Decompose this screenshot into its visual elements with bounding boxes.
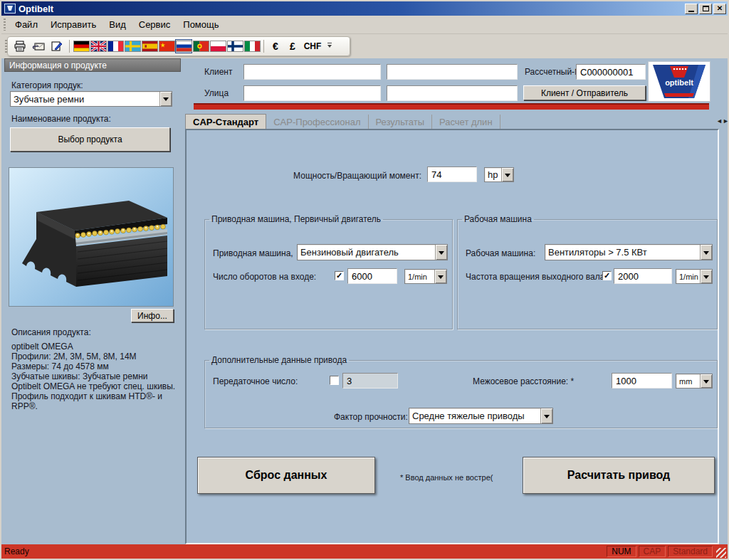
ratio-label: Передаточное число: xyxy=(213,376,298,386)
tab-results[interactable]: Результаты xyxy=(369,115,432,129)
flag-finland-icon[interactable] xyxy=(226,39,243,53)
flag-sweden-icon[interactable] xyxy=(124,39,141,53)
category-combobox[interactable]: Зубчатые ремни xyxy=(10,91,172,107)
chevron-down-icon[interactable] xyxy=(159,92,172,106)
output-speed-field[interactable] xyxy=(614,268,672,284)
street-field-1[interactable] xyxy=(243,85,381,101)
drive-machine-label: Приводная машина, xyxy=(213,248,293,258)
resize-grip[interactable] xyxy=(716,548,726,558)
description-line: Зубчатые шкивы: Зубчатые ремни xyxy=(11,371,147,381)
calc-number-field[interactable] xyxy=(576,64,646,80)
input-speed-unit-combobox[interactable]: 1/min xyxy=(404,269,447,284)
client-field-1[interactable] xyxy=(243,64,381,80)
driven-machine-combobox[interactable]: Вентиляторы > 7.5 КВт xyxy=(545,244,713,260)
edit-icon xyxy=(51,41,63,52)
footnote-text: * Ввод данных не востре( xyxy=(400,473,493,482)
currency-pound-button[interactable]: £ xyxy=(284,39,301,53)
currency-chf-button[interactable]: CHF xyxy=(301,39,324,53)
flag-spain-icon[interactable] xyxy=(141,39,158,53)
flag-france-icon[interactable] xyxy=(107,39,124,53)
center-distance-unit-combobox[interactable]: mm xyxy=(676,374,713,389)
num-indicator: NUM xyxy=(607,546,636,557)
service-factor-value: Средне тяжелые приводы xyxy=(409,409,540,423)
description-line: RPP®. xyxy=(11,401,38,411)
toolbar-separator xyxy=(263,40,264,53)
description-label: Описания продукта: xyxy=(11,327,91,337)
description-line: Профиль подходит к шкивам HTD®- и xyxy=(11,391,162,401)
maximize-button[interactable] xyxy=(699,4,712,14)
power-field[interactable] xyxy=(427,167,477,182)
cap-standard-panel: Мощность/Вращающий момент: hp Приводная … xyxy=(185,129,719,544)
print-button[interactable] xyxy=(11,38,29,55)
output-speed-label: Частота вращения выходного вала: xyxy=(466,272,607,282)
driven-machine-value: Вентиляторы > 7.5 КВт xyxy=(545,245,700,259)
category-value: Зубчатые ремни xyxy=(11,93,159,106)
menu-help[interactable]: Помощь xyxy=(177,17,225,32)
optibelt-logo: optibelt xyxy=(648,61,710,102)
client-field-2[interactable] xyxy=(387,64,518,80)
mail-button[interactable] xyxy=(29,38,48,55)
chevron-down-icon[interactable] xyxy=(435,245,447,260)
center-distance-label: Межосевое расстояние: * xyxy=(473,376,574,386)
menu-service[interactable]: Сервис xyxy=(132,17,177,32)
output-speed-checkbox[interactable]: ✓ xyxy=(602,271,612,280)
minimize-button[interactable] xyxy=(685,4,698,14)
toolbar-separator xyxy=(69,40,70,53)
menu-view[interactable]: Вид xyxy=(103,17,132,32)
info-button[interactable]: Инфо... xyxy=(131,309,174,322)
flag-poland-icon[interactable] xyxy=(209,39,226,53)
flag-russia-icon[interactable] xyxy=(175,39,192,53)
category-label: Категория продук: xyxy=(11,80,83,90)
drive-machine-combobox[interactable]: Бензиновый двигатель xyxy=(297,244,448,260)
logo-text: optibelt xyxy=(665,78,693,87)
tab-cap-standard[interactable]: CAP-Стандарт xyxy=(185,114,266,129)
menu-bar: Файл Исправить Вид Сервис Помощь xyxy=(1,16,728,34)
flag-china-icon[interactable] xyxy=(158,39,175,53)
flag-italy-icon[interactable] xyxy=(243,39,261,53)
calculate-drive-button[interactable]: Расчитать привод xyxy=(523,457,715,494)
close-button[interactable]: ✕ xyxy=(713,4,726,14)
ratio-checkbox[interactable] xyxy=(330,376,339,385)
maximize-icon xyxy=(703,6,709,11)
flag-portugal-icon[interactable] xyxy=(192,39,209,53)
menu-edit[interactable]: Исправить xyxy=(44,17,103,32)
edit-button[interactable] xyxy=(48,38,66,55)
chevron-down-icon[interactable] xyxy=(434,270,446,283)
select-product-button[interactable]: Выбор продукта xyxy=(10,127,170,152)
status-bar: Ready NUM CAP Standard xyxy=(1,544,728,559)
output-speed-unit-combobox[interactable]: 1/min xyxy=(676,269,713,284)
input-speed-checkbox[interactable]: ✓ xyxy=(335,271,344,280)
chevron-down-icon[interactable] xyxy=(700,374,712,388)
reset-data-button[interactable]: Сброс данных xyxy=(197,457,375,494)
drive-machine-group-title: Приводная машина, Первичный двигатель xyxy=(209,214,383,224)
tab-length-calc[interactable]: Расчет длин xyxy=(432,115,500,129)
currency-euro-button[interactable]: € xyxy=(267,39,284,53)
calc-number-label: Рассчетный-№ xyxy=(525,67,576,77)
pane-header[interactable]: Информация о продукте xyxy=(4,58,181,72)
input-speed-field[interactable] xyxy=(347,268,397,284)
client-sender-button[interactable]: Клиент / Отправитель xyxy=(523,85,646,100)
service-factor-combobox[interactable]: Средне тяжелые приводы xyxy=(409,408,553,424)
chevron-down-icon[interactable] xyxy=(700,270,712,283)
description-line: Размеры: 74 до 4578 мм xyxy=(11,361,109,371)
power-unit-combobox[interactable]: hp xyxy=(484,167,514,182)
chevron-down-icon[interactable] xyxy=(700,245,712,260)
tab-scroll-right-icon[interactable]: ► xyxy=(723,116,729,126)
tab-cap-professional[interactable]: CAP-Профессионал xyxy=(266,115,368,129)
extra-data-group-title: Дополнительные данные привода xyxy=(209,355,349,365)
tab-scroll-left-icon[interactable]: ◄ xyxy=(716,116,723,126)
menu-file[interactable]: Файл xyxy=(9,17,44,32)
center-distance-field[interactable] xyxy=(612,373,672,389)
chevron-down-icon[interactable] xyxy=(501,168,513,181)
chevron-down-icon[interactable] xyxy=(540,408,552,423)
street-field-2[interactable] xyxy=(387,85,518,101)
flag-uk-icon[interactable] xyxy=(90,39,107,53)
minimize-icon xyxy=(688,11,694,12)
menu-grip[interactable] xyxy=(4,19,6,31)
flag-germany-icon[interactable] xyxy=(73,39,90,53)
product-info-pane: Информация о продукте Категория продук: … xyxy=(4,58,181,544)
toolbar-overflow-icon[interactable] xyxy=(325,38,334,54)
title-bar[interactable]: Optibelt ✕ xyxy=(1,1,728,16)
mail-icon xyxy=(32,41,45,52)
input-speed-unit-value: 1/min xyxy=(405,271,434,282)
